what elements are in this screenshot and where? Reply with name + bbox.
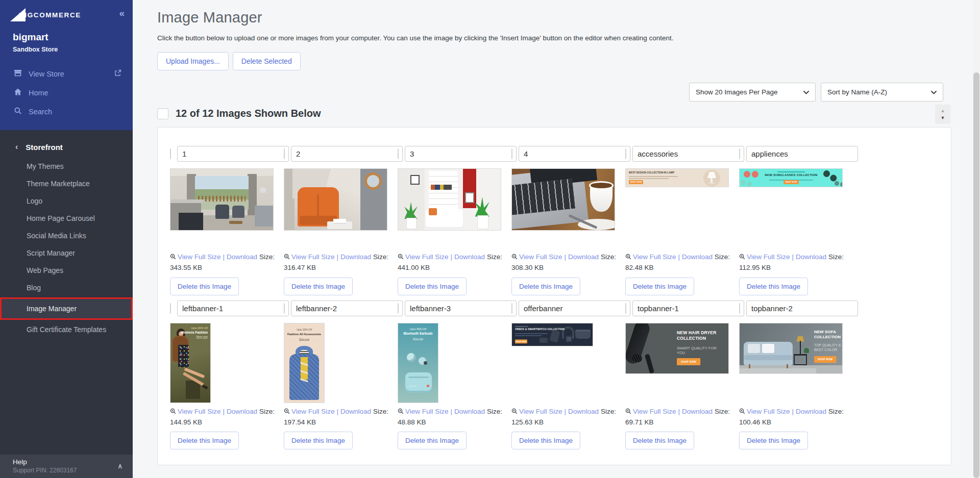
image-select-checkbox[interactable] — [170, 148, 171, 159]
view-full-size-link[interactable]: View Full Size — [291, 408, 335, 415]
image-name-input[interactable] — [177, 300, 289, 316]
sidebar-item-search[interactable]: Search — [0, 102, 133, 121]
image-name-input[interactable] — [746, 300, 858, 316]
spinner-down-button[interactable]: ▼ — [941, 116, 945, 120]
page-scrollbar[interactable] — [973, 0, 980, 478]
select-all-checkbox[interactable] — [157, 108, 168, 119]
delete-image-button[interactable]: Delete this Image — [398, 278, 467, 295]
sidebar-item-view-store[interactable]: View Store — [0, 64, 133, 83]
sidebar-item-blog[interactable]: Blog — [0, 279, 133, 296]
image-select-checkbox[interactable] — [739, 303, 740, 314]
delete-image-button[interactable]: Delete this Image — [170, 432, 239, 449]
sidebar-item-my-themes[interactable]: My Themes — [0, 158, 133, 175]
image-name-input[interactable] — [519, 146, 630, 162]
view-full-size-link[interactable]: View Full Size — [178, 253, 221, 261]
delete-image-button[interactable]: Delete this Image — [511, 278, 580, 295]
download-link[interactable]: Download — [340, 253, 371, 261]
view-full-size-link[interactable]: View Full Size — [405, 253, 449, 261]
view-full-size-link[interactable]: View Full Size — [405, 408, 449, 415]
sidebar-item-gift-certificate-templates[interactable]: Gift Certificate Templates — [0, 321, 133, 338]
sidebar-item-social-media-links[interactable]: Social Media Links — [0, 227, 133, 244]
delete-image-button[interactable]: Delete this Image — [170, 278, 239, 295]
view-full-size-link[interactable]: View Full Size — [291, 253, 335, 261]
view-full-size-link[interactable]: View Full Size — [633, 408, 676, 415]
image-card-header — [398, 300, 507, 316]
image-name-input[interactable] — [291, 300, 403, 316]
delete-image-button[interactable]: Delete this Image — [739, 432, 808, 449]
image-thumbnail: Upto 35% OffBluetooth EarbudsShop now — [398, 323, 438, 403]
size-value: 441.00 KB — [398, 263, 507, 273]
image-name-input[interactable] — [632, 146, 744, 162]
download-link[interactable]: Download — [682, 408, 713, 415]
download-link[interactable]: Download — [227, 253, 257, 261]
view-full-size-link[interactable]: View Full Size — [178, 408, 221, 415]
thumb-art — [835, 181, 839, 186]
thumb-art — [198, 196, 245, 202]
storefront-section-header[interactable]: ‹ Storefront — [0, 130, 133, 158]
image-name-input[interactable] — [177, 146, 289, 162]
delete-selected-button[interactable]: Delete Selected — [233, 52, 301, 70]
view-full-size-link[interactable]: View Full Size — [747, 408, 790, 415]
sidebar-item-logo[interactable]: Logo — [0, 192, 133, 210]
view-full-size-link[interactable]: View Full Size — [519, 253, 562, 261]
image-select-checkbox[interactable] — [398, 148, 399, 159]
image-name-input[interactable] — [632, 300, 744, 316]
sidebar-item-web-pages[interactable]: Web Pages — [0, 262, 133, 279]
image-select-checkbox[interactable] — [625, 303, 626, 314]
thumb-art — [787, 364, 788, 368]
bigcommerce-logo[interactable]: BIGCOMMERCE — [0, 0, 133, 21]
sidebar-item-home[interactable]: Home — [0, 83, 133, 102]
download-link[interactable]: Download — [568, 253, 599, 261]
download-link[interactable]: Download — [568, 408, 599, 415]
image-name-input[interactable] — [746, 146, 858, 162]
image-select-checkbox[interactable] — [170, 303, 171, 314]
help-bar[interactable]: Help Support PIN: 22603167 ∧ — [0, 455, 133, 478]
magnifier-plus-icon — [739, 254, 745, 261]
delete-image-button[interactable]: Delete this Image — [625, 278, 694, 295]
download-link[interactable]: Download — [454, 408, 485, 415]
image-select-checkbox[interactable] — [511, 303, 512, 314]
per-page-select[interactable]: Show 20 Images Per Page — [689, 83, 816, 102]
image-select-checkbox[interactable] — [284, 148, 285, 159]
image-select-checkbox[interactable] — [739, 148, 740, 159]
size-value: 48.88 KB — [398, 417, 507, 427]
download-link[interactable]: Download — [340, 408, 371, 415]
delete-image-button[interactable]: Delete this Image — [511, 432, 580, 449]
image-select-checkbox[interactable] — [284, 303, 285, 314]
sidebar-item-script-manager[interactable]: Script Manager — [0, 244, 133, 262]
image-select-checkbox[interactable] — [511, 148, 512, 159]
download-link[interactable]: Download — [682, 253, 713, 261]
download-link[interactable]: Download — [796, 253, 826, 261]
image-card-header — [511, 146, 621, 162]
spinner-up-button[interactable]: ▲ — [941, 109, 945, 113]
thumb-art — [777, 171, 805, 172]
image-card-header — [511, 300, 621, 316]
download-link[interactable]: Download — [454, 253, 485, 261]
delete-image-button[interactable]: Delete this Image — [625, 432, 694, 449]
image-name-input[interactable] — [405, 300, 517, 316]
view-full-size-link[interactable]: View Full Size — [747, 253, 790, 261]
image-name-input[interactable] — [405, 146, 517, 162]
image-card-header — [625, 300, 735, 316]
image-select-checkbox[interactable] — [398, 303, 399, 314]
sidebar-item-theme-marketplace[interactable]: Theme Marketplace — [0, 175, 133, 192]
delete-image-button[interactable]: Delete this Image — [284, 278, 353, 295]
sidebar-item-home-page-carousel[interactable]: Home Page Carousel — [0, 210, 133, 227]
sort-select[interactable]: Sort by Name (A-Z) — [821, 83, 943, 102]
view-full-size-link[interactable]: View Full Size — [519, 408, 562, 415]
image-name-input[interactable] — [291, 146, 403, 162]
thumb-art — [708, 183, 715, 184]
download-link[interactable]: Download — [796, 408, 826, 415]
delete-image-button[interactable]: Delete this Image — [284, 432, 353, 449]
view-full-size-link[interactable]: View Full Size — [633, 253, 676, 261]
collapse-sidebar-button[interactable]: « — [119, 8, 125, 18]
scrollbar-thumb[interactable] — [973, 72, 979, 478]
size-label: Size: — [601, 253, 616, 261]
download-link[interactable]: Download — [227, 408, 257, 415]
image-name-input[interactable] — [519, 300, 630, 316]
sidebar-item-image-manager[interactable]: Image Manager — [0, 297, 133, 320]
upload-images-button[interactable]: Upload Images... — [157, 52, 229, 70]
delete-image-button[interactable]: Delete this Image — [739, 278, 808, 295]
image-select-checkbox[interactable] — [625, 148, 626, 159]
delete-image-button[interactable]: Delete this Image — [398, 432, 467, 449]
